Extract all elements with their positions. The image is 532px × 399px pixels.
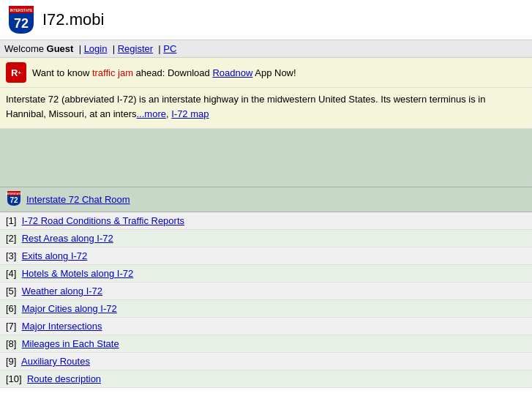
ad-area bbox=[0, 129, 532, 187]
list-item: [4] Hotels & Motels along I-72 bbox=[0, 265, 532, 283]
svg-text:INTERSTATE: INTERSTATE bbox=[6, 193, 22, 195]
item-prefix: [8] bbox=[6, 338, 16, 349]
item-prefix: [10] bbox=[6, 373, 22, 384]
pc-link[interactable]: PC bbox=[163, 43, 176, 54]
list-item: [8] Mileages in Each State bbox=[0, 335, 532, 353]
item-prefix: [3] bbox=[6, 250, 16, 261]
description-text: Interstate 72 (abbreviated I-72) is an i… bbox=[6, 94, 485, 119]
svg-text:72: 72 bbox=[14, 16, 29, 31]
item-prefix: [9] bbox=[6, 356, 16, 367]
description-block: Interstate 72 (abbreviated I-72) is an i… bbox=[0, 88, 532, 129]
item-prefix: [4] bbox=[6, 268, 16, 279]
roadnow-icon: R + bbox=[6, 62, 26, 83]
page-header: INTERSTATE 72 I72.mobi bbox=[0, 0, 532, 40]
map-link[interactable]: I-72 map bbox=[171, 108, 209, 119]
nav-header-shield: INTERSTATE 72 bbox=[6, 190, 22, 209]
item-prefix: [6] bbox=[6, 303, 16, 314]
list-item: [1] I-72 Road Conditions & Traffic Repor… bbox=[0, 212, 532, 230]
nav-header: INTERSTATE 72 Interstate 72 Chat Room bbox=[0, 187, 532, 212]
item-prefix: [2] bbox=[6, 233, 16, 244]
traffic-jam-highlight: traffic jam bbox=[92, 67, 133, 78]
list-item: [10] Route description bbox=[0, 370, 532, 388]
promo-prefix: Want to know bbox=[32, 67, 92, 78]
nav-link-3[interactable]: Exits along I-72 bbox=[22, 250, 88, 261]
promo-text: Want to know traffic jam ahead: Download… bbox=[32, 67, 296, 78]
list-item: [5] Weather along I-72 bbox=[0, 283, 532, 300]
promo-suffix: App Now! bbox=[252, 67, 296, 78]
list-item: [7] Major Intersections bbox=[0, 318, 532, 335]
nav-link-7[interactable]: Major Intersections bbox=[22, 321, 102, 332]
item-prefix: [1] bbox=[6, 215, 16, 226]
nav-link-6[interactable]: Major Cities along I-72 bbox=[22, 303, 117, 314]
nav-section: INTERSTATE 72 Interstate 72 Chat Room [1… bbox=[0, 187, 532, 388]
roadnow-link[interactable]: Roadnow bbox=[212, 67, 252, 78]
roadnow-icon-label: R bbox=[11, 67, 18, 78]
list-item: [2] Rest Areas along I-72 bbox=[0, 230, 532, 247]
list-item: [6] Major Cities along I-72 bbox=[0, 300, 532, 318]
site-title: I72.mobi bbox=[42, 10, 104, 29]
nav-link-2[interactable]: Rest Areas along I-72 bbox=[22, 233, 113, 244]
item-prefix: [5] bbox=[6, 286, 16, 297]
chat-room-link[interactable]: Interstate 72 Chat Room bbox=[26, 194, 130, 205]
nav-link-4[interactable]: Hotels & Motels along I-72 bbox=[22, 268, 133, 279]
promo-middle: ahead: Download bbox=[133, 67, 212, 78]
welcome-prefix: Welcome bbox=[4, 43, 47, 54]
login-link[interactable]: Login bbox=[84, 43, 108, 54]
nav-link-9[interactable]: Auxiliary Routes bbox=[21, 356, 90, 367]
nav-link-1[interactable]: I-72 Road Conditions & Traffic Reports bbox=[22, 215, 184, 226]
interstate-shield: INTERSTATE 72 bbox=[6, 4, 37, 35]
svg-text:72: 72 bbox=[10, 196, 18, 204]
more-link[interactable]: ...more bbox=[136, 108, 165, 119]
item-prefix: [7] bbox=[6, 321, 16, 332]
list-item: [9] Auxiliary Routes bbox=[0, 353, 532, 370]
list-item: [3] Exits along I-72 bbox=[0, 247, 532, 265]
register-link[interactable]: Register bbox=[118, 43, 153, 54]
promo-row: R + Want to know traffic jam ahead: Down… bbox=[0, 58, 532, 88]
svg-text:INTERSTATE: INTERSTATE bbox=[10, 8, 33, 12]
welcome-bar: Welcome Guest | Login | Register | PC bbox=[0, 40, 532, 58]
nav-link-8[interactable]: Mileages in Each State bbox=[22, 338, 119, 349]
nav-link-10[interactable]: Route description bbox=[27, 373, 101, 384]
username: Guest bbox=[47, 43, 74, 54]
nav-link-5[interactable]: Weather along I-72 bbox=[22, 286, 102, 297]
